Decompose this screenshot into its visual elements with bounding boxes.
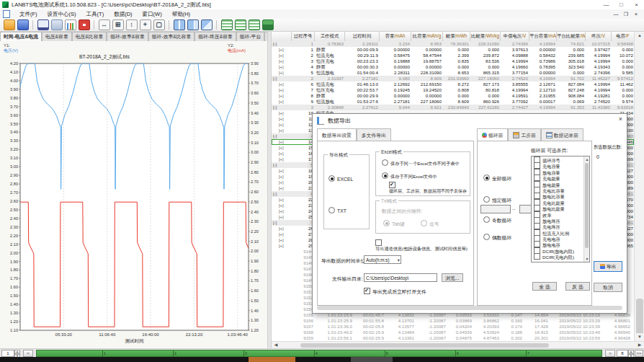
level-tab-1[interactable]: 工步层	[508, 128, 540, 141]
level-tab-0[interactable]: 循环层	[477, 128, 508, 141]
record-row[interactable]: 91581.01:23:46.000:02:15.94.13484-1.2008…	[272, 330, 634, 335]
cancel-button[interactable]: 取消	[594, 283, 622, 292]
record-row[interactable]: 91591.01:23:56.100:02:25.94.13391-1.2008…	[272, 335, 634, 341]
cycle-summary-row[interactable]: [-]10.783632.283113.2348.65378.36301228.…	[272, 41, 634, 47]
cycle-summary-row[interactable]: [-]32.308482.276129.0448.621230.84840227…	[272, 105, 634, 110]
close-button[interactable]: ×	[629, 0, 644, 9]
radio-odd-cycles[interactable]: 奇数循环	[483, 216, 511, 224]
item-checkbox-2[interactable]: 放电容量	[532, 169, 589, 175]
scroll-down-icon[interactable]: ▼	[635, 333, 644, 341]
browse-button[interactable]: 浏览...	[442, 273, 463, 282]
chart-tab-0[interactable]: 时间-电压&电流	[0, 32, 42, 41]
page-number-input[interactable]: 1	[1, 350, 14, 357]
column-header-2[interactable]: 工作模式	[315, 32, 345, 41]
step-row[interactable]: [+]5恒流放电01:54:00.42.28311228.310908.6538…	[272, 70, 634, 76]
menu-item-1[interactable]: 设置中心(S)	[43, 9, 81, 19]
last-page-button[interactable]: >>	[635, 350, 643, 357]
invert-selection-button[interactable]: 反 选	[565, 282, 590, 291]
scroll-up-icon[interactable]: ▲	[635, 32, 644, 40]
item-checkbox-11[interactable]: 充电终压	[532, 223, 589, 229]
item-checkbox-9[interactable]: 效率	[532, 211, 589, 217]
taskbar-segment-0[interactable]	[0, 357, 249, 362]
export-button[interactable]: 导出	[594, 261, 622, 272]
taskbar-segment-3[interactable]	[351, 357, 393, 362]
taskbar-segment-1[interactable]	[249, 357, 295, 362]
tab-multi-file-export[interactable]: 多文件导出	[357, 128, 391, 141]
radio-even-cycles[interactable]: 偶数循环	[483, 234, 511, 242]
chart-tab-5[interactable]: 循环-终压&容量	[194, 32, 236, 41]
step-row[interactable]: [+]9恒流放电01:53:27.62.27181227.180608.6098…	[272, 99, 634, 105]
chart-tab-2[interactable]: 电压&比容量	[72, 32, 107, 41]
fit-x-icon[interactable]: ↔	[99, 19, 110, 30]
step-row[interactable]: [+]1静置00:00:09.90.000000.000000.0000.000…	[272, 47, 634, 53]
tab-export-settings[interactable]: 数据导出设置	[317, 128, 357, 141]
step-row[interactable]: [+]7恒压充电00:22:53.70.1924519.245200.80880…	[272, 87, 634, 93]
column-header-3[interactable]: 过程时间	[345, 32, 380, 41]
item-checkbox-4[interactable]: 放电能量	[532, 181, 589, 187]
item-checkbox-7[interactable]: 充电比能量	[532, 199, 589, 205]
column-header-11[interactable]: 终压/V	[586, 32, 612, 41]
list-detail-icon[interactable]	[235, 19, 246, 30]
column-header-8[interactable]: 中值电压/V	[501, 32, 529, 41]
monitor-icon[interactable]	[37, 19, 49, 30]
checkbox-channel-info[interactable]: 导出通道信息(包括设备信息、测试时间信息等)	[375, 239, 473, 252]
minimize-button[interactable]: —	[599, 0, 614, 9]
chart-tab-3[interactable]: 循环-效率&容量	[107, 32, 148, 41]
radio-different-excel-files[interactable]: 保存于不同Excel文件中	[382, 172, 437, 180]
time-unit-select[interactable]: Auto(h:m:s)▾	[364, 255, 401, 264]
checkbox-open-after-export[interactable]: 导出完成后立即打开文件	[364, 288, 426, 296]
radio-tab-key[interactable]: Tab键	[383, 220, 405, 228]
item-checkbox-5[interactable]: 充电比容量	[532, 187, 589, 193]
save-icon[interactable]	[17, 19, 29, 30]
horizontal-scrollbar[interactable]: ◀ ▶	[272, 341, 644, 348]
fit-y-icon[interactable]: ↕	[126, 19, 138, 30]
menu-item-4[interactable]: 窗口(W)	[138, 9, 167, 19]
list-scroll-down-icon[interactable]: ▼	[584, 256, 590, 262]
output-dir-input[interactable]: C:\Users\pc\Desktop\	[364, 273, 437, 282]
zoom-select-icon[interactable]: +	[140, 19, 151, 30]
column-header-4[interactable]: 容量/mAh	[380, 32, 411, 41]
page-spinner[interactable]: ▲▼	[14, 350, 20, 357]
copy-icon[interactable]	[51, 19, 63, 30]
record-row[interactable]: 91561.01:23:25.900:01:55.84.13701-1.2008…	[272, 318, 634, 324]
window-split-h-icon[interactable]	[187, 19, 199, 30]
list-scroll-thumb[interactable]	[585, 163, 589, 248]
mdi-restore-button[interactable]: ❐	[621, 9, 631, 19]
cycle-items-list[interactable]: 循环序号充电容量放电容量充电能量放电能量充电比容量放电比容量充电比能量放电比能量…	[531, 156, 590, 262]
column-header-1[interactable]: 过程序号	[292, 32, 315, 41]
next-page-button[interactable]: >	[605, 350, 615, 357]
window-split-v-icon[interactable]	[174, 19, 185, 30]
alarm-icon[interactable]	[79, 19, 90, 30]
radio-all-cycles[interactable]: 全部循环	[483, 175, 511, 182]
menu-item-5[interactable]: 帮助(H)	[167, 9, 195, 19]
chart-icon[interactable]	[65, 19, 76, 30]
mdi-close-button[interactable]: ×	[631, 9, 641, 19]
dialog-close-icon[interactable]: ×	[619, 115, 622, 123]
list-column-icon[interactable]	[249, 19, 260, 30]
zoom-free-icon[interactable]: ▢	[153, 19, 165, 30]
data-page-progress-bar[interactable]: 1234567	[36, 350, 602, 357]
column-header-5[interactable]: 比容量/mAh/g	[411, 32, 443, 41]
cycle-range-start-input[interactable]	[480, 205, 511, 213]
cycle-summary-row[interactable]: [-]22.319372.271819.0808.609231.93660227…	[272, 76, 634, 81]
radio-specified-cycles[interactable]: 指定循环	[483, 196, 511, 204]
select-all-button[interactable]: 全 选	[532, 282, 557, 291]
column-header-6[interactable]: 能量/mWh	[443, 32, 470, 41]
vertical-scrollbar[interactable]: ▲ ▼	[634, 32, 644, 341]
last-page-input[interactable]: 8	[617, 350, 628, 357]
item-checkbox-6[interactable]: 放电比容量	[532, 193, 589, 198]
step-row[interactable]: [+]8静置00:00:29.90.000000.000000.0000.000…	[272, 93, 634, 99]
menu-item-2[interactable]: 工具(T)	[81, 9, 109, 19]
column-header-10[interactable]: 平台比能量/W	[557, 32, 586, 41]
step-row[interactable]: [+]4静置00:00:30.30.000000.000000.0000.000…	[272, 64, 634, 70]
item-checkbox-12[interactable]: 恒流充入比例	[532, 229, 589, 235]
item-checkbox-16[interactable]: DCIR(充电内阻)	[532, 253, 589, 259]
step-row[interactable]: [+]3恒压充电00:23:23.30.1988819.887570.83583…	[272, 58, 634, 64]
radio-txt[interactable]: TXT	[328, 207, 346, 213]
level-tab-2[interactable]: 数据记录层	[541, 128, 583, 141]
item-checkbox-8[interactable]: 放电比能量	[532, 205, 589, 211]
step-row[interactable]: [+]2恒流充电00:29:11.90.5847558.475442.39923…	[272, 53, 634, 58]
column-header-9[interactable]: 平台容量/mAh	[529, 32, 557, 41]
voltage-current-plot[interactable]: 05:33:2011:06:4016:40:0022:13:201.03:46:…	[0, 41, 267, 348]
checkbox-separate-sheets[interactable]: 循环层、工步层、数据层用不同子表保存	[389, 182, 470, 195]
